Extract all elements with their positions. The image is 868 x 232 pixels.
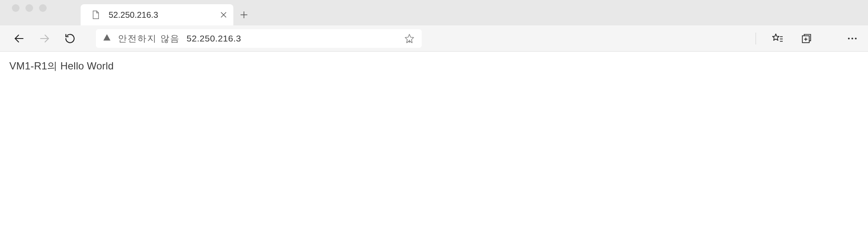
window-maximize-dot[interactable] [39,4,47,12]
more-menu-button[interactable] [845,31,860,46]
tab-title: 52.250.216.3 [109,10,214,20]
refresh-button[interactable] [63,31,77,46]
svg-point-17 [851,37,853,39]
new-tab-button[interactable] [233,4,255,25]
address-bar[interactable]: 안전하지 않음 52.250.216.3 [96,29,422,48]
not-secure-icon [103,33,111,44]
back-button[interactable] [12,31,26,46]
security-label: 안전하지 않음 [118,33,180,44]
page-content: VM1-R1의 Hello World [0,52,868,80]
nav-buttons [12,31,77,46]
browser-tab[interactable]: 52.250.216.3 [81,4,233,25]
url-text: 52.250.216.3 [187,33,395,44]
toolbar-separator [756,33,756,44]
window-controls [8,0,81,25]
svg-point-16 [848,37,850,39]
svg-marker-9 [773,34,779,40]
forward-button[interactable] [37,31,52,46]
window-minimize-dot[interactable] [25,4,33,12]
page-body-text: VM1-R1의 Hello World [9,60,114,72]
browser-toolbar: 안전하지 않음 52.250.216.3 [0,25,868,52]
browser-tab-strip: 52.250.216.3 [0,0,868,25]
right-toolbar [756,31,860,46]
window-close-dot[interactable] [12,4,20,12]
close-tab-button[interactable] [220,11,227,19]
collections-button[interactable] [799,31,814,46]
favorites-list-button[interactable] [770,31,785,46]
svg-point-18 [855,37,857,39]
favorite-button[interactable] [402,31,417,46]
page-icon [88,8,103,22]
